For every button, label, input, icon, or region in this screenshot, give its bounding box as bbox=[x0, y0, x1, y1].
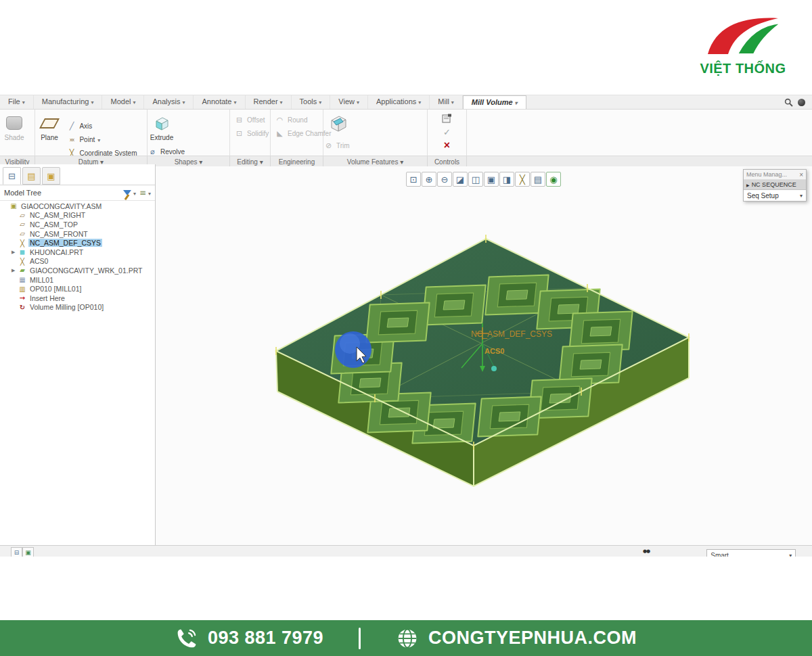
tab-folder-browser[interactable]: ▤ bbox=[22, 167, 41, 185]
model-canvas[interactable]: NC_ASM_DEF_CSYS ACS0 bbox=[156, 166, 812, 545]
model-tree-title: Model Tree bbox=[4, 189, 41, 197]
footer-phone: 093 881 7979 bbox=[175, 627, 323, 650]
shade-button[interactable]: Shade bbox=[0, 110, 28, 141]
ribbon-tab[interactable]: Render bbox=[246, 95, 292, 109]
ribbon-tab[interactable]: Mill Volume bbox=[463, 95, 526, 109]
ribbon-tab[interactable]: Tools bbox=[292, 95, 331, 109]
annotation-display-icon[interactable] bbox=[531, 172, 545, 187]
dropdown-caret-icon: ▾ bbox=[789, 553, 792, 557]
ribbon-tab[interactable]: View bbox=[330, 95, 368, 109]
tree-settings-icon[interactable]: ≡ bbox=[139, 188, 146, 197]
tab-favorites[interactable]: ▣ bbox=[42, 167, 60, 185]
shade-icon bbox=[6, 116, 22, 130]
expand-arrow-icon[interactable]: ▶ bbox=[12, 250, 18, 255]
help-sphere-icon[interactable] bbox=[798, 99, 805, 106]
search-binoculars-icon[interactable]: ●● bbox=[643, 548, 650, 554]
trim-button[interactable]: ⊘ Trim bbox=[323, 139, 397, 152]
zoom-in-icon[interactable] bbox=[422, 172, 436, 187]
selection-filter-combo[interactable]: Smart ▾ bbox=[706, 549, 796, 557]
cancel-button[interactable]: × bbox=[444, 139, 450, 151]
filter-caret-icon[interactable] bbox=[133, 189, 136, 197]
csys-label: NC_ASM_DEF_CSYS bbox=[471, 329, 552, 339]
ribbon-group-visibility: Shade bbox=[0, 110, 35, 156]
plane-icon bbox=[18, 230, 27, 237]
ribbon-tab[interactable]: Annotate bbox=[194, 95, 245, 109]
menu-manager-titlebar[interactable]: Menu Manag... × bbox=[744, 170, 806, 180]
display-style-icon[interactable] bbox=[468, 172, 483, 187]
tree-row[interactable]: ▶ GIAOCONGCAVITY.ASM bbox=[0, 202, 155, 211]
tree-row[interactable]: ▶ MILL01 bbox=[0, 275, 155, 285]
tree-row[interactable]: ▶ NC_ASM_RIGHT bbox=[0, 211, 155, 220]
round-button[interactable]: ◠ Round bbox=[275, 113, 331, 126]
footer-website: CONGTYEPNHUA.COM bbox=[396, 627, 637, 650]
selection-filter-value: Smart bbox=[710, 552, 729, 557]
volmill-icon bbox=[18, 304, 27, 311]
tree-row[interactable]: ▶ Insert Here bbox=[0, 294, 155, 303]
csys-icon bbox=[18, 239, 27, 247]
tree-row[interactable]: ▶ NC_ASM_DEF_CSYS bbox=[0, 238, 155, 248]
graphics-viewport[interactable]: Menu Manag... × NC SEQUENCE Seq Setup ▾ bbox=[156, 166, 812, 545]
dropdown-caret-icon bbox=[89, 97, 93, 106]
refit-icon[interactable] bbox=[406, 172, 421, 187]
point-icon: xx bbox=[66, 137, 76, 143]
group-label-engineering: Engineering bbox=[271, 156, 323, 167]
tree-row[interactable]: ▶ ACS0 bbox=[0, 257, 155, 266]
axis-button[interactable]: ╱ Axis bbox=[66, 119, 137, 133]
ribbon-tab[interactable]: Applications bbox=[368, 95, 430, 109]
tabrow-right bbox=[784, 95, 812, 109]
tree-row[interactable]: ▶ Volume Milling [OP010] bbox=[0, 303, 155, 312]
seq-setup-item[interactable]: Seq Setup ▾ bbox=[744, 190, 806, 201]
globe-icon bbox=[396, 627, 419, 650]
view-manager-icon[interactable] bbox=[499, 172, 514, 187]
plane-button[interactable]: Plane bbox=[35, 110, 64, 141]
ribbon-group-engineering: ◠ Round ◣ Edge Chamfer bbox=[271, 110, 323, 156]
model-tree-tab-icon: ⊟ bbox=[8, 171, 16, 181]
logo-text: VIỆT THỐNG bbox=[689, 61, 797, 76]
dropdown-caret-icon bbox=[317, 97, 321, 106]
feature-properties-button[interactable] bbox=[442, 112, 452, 124]
nc-sequence-label: NC SEQUENCE bbox=[752, 181, 796, 188]
edge-chamfer-button[interactable]: ◣ Edge Chamfer bbox=[275, 126, 331, 140]
tree-row[interactable]: ▶ NC_ASM_FRONT bbox=[0, 229, 155, 239]
cavity-pocket[interactable] bbox=[366, 303, 429, 343]
nc-sequence-section[interactable]: NC SEQUENCE bbox=[744, 180, 806, 190]
saved-views-icon[interactable] bbox=[484, 172, 499, 187]
accept-button[interactable]: ✓ bbox=[443, 126, 451, 138]
phone-icon bbox=[175, 627, 198, 650]
ribbon-group-datum: Plane ╱ Axis xx Point ╳ Coordinate Syste… bbox=[35, 110, 148, 156]
offset-button[interactable]: ⊟ Offset bbox=[234, 113, 269, 126]
ribbon-tab[interactable]: Analysis bbox=[144, 95, 194, 109]
zoom-out-icon[interactable] bbox=[437, 172, 452, 187]
close-icon[interactable]: × bbox=[799, 171, 803, 179]
op-icon bbox=[18, 285, 27, 293]
settings-caret-icon[interactable] bbox=[148, 189, 151, 197]
tree-row[interactable]: ▶ KHUONCAI.PRT bbox=[0, 248, 155, 257]
group-label-shapes[interactable]: Shapes ▾ bbox=[148, 156, 230, 167]
tree-row[interactable]: ▶ GIAOCONGCAVITY_WRK_01.PRT bbox=[0, 266, 155, 275]
tree-row[interactable]: ▶ OP010 [MILL01] bbox=[0, 284, 155, 294]
mill-volume-button[interactable] bbox=[323, 110, 353, 134]
group-label-volume-features[interactable]: Volume Features ▾ bbox=[323, 156, 428, 167]
ribbon-tab[interactable]: Model bbox=[102, 95, 144, 109]
tab-model-tree[interactable]: ⊟ bbox=[3, 167, 21, 185]
cavity-pocket[interactable] bbox=[422, 285, 485, 325]
expand-arrow-icon[interactable]: ▶ bbox=[12, 268, 18, 273]
tree-toggle-icon[interactable]: ⊟ bbox=[11, 547, 22, 557]
spin-center-icon[interactable] bbox=[546, 172, 561, 187]
ribbon-tab[interactable]: Manufacturing bbox=[34, 95, 103, 109]
datum-display-icon[interactable] bbox=[515, 172, 530, 187]
tree-row[interactable]: ▶ NC_ASM_TOP bbox=[0, 220, 155, 229]
filter-icon[interactable] bbox=[123, 190, 131, 195]
ribbon-tab[interactable]: Mill bbox=[430, 95, 463, 109]
solidify-button[interactable]: ⊡ Solidify bbox=[234, 126, 269, 140]
group-label-editing[interactable]: Editing ▾ bbox=[230, 156, 271, 167]
ribbon-tab[interactable]: File bbox=[0, 95, 34, 109]
model-tree-header: Model Tree ≡ bbox=[0, 185, 155, 201]
extrude-button[interactable]: Extrude bbox=[148, 110, 176, 141]
point-button[interactable]: xx Point bbox=[66, 133, 137, 146]
engineering-column: ◠ Round ◣ Edge Chamfer bbox=[271, 110, 331, 140]
search-icon[interactable] bbox=[784, 98, 793, 107]
browser-toggle-icon[interactable]: ▣ bbox=[22, 547, 34, 557]
plane-icon bbox=[18, 220, 27, 228]
repaint-icon[interactable] bbox=[453, 172, 468, 187]
